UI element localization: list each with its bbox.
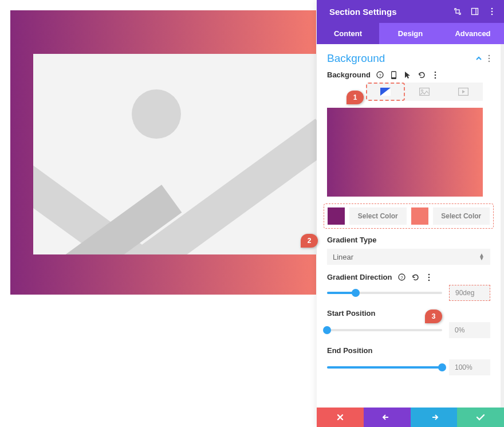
end-position-group: End Position 100%	[327, 346, 490, 375]
svg-point-6	[489, 55, 490, 57]
sidebar-layout-icon[interactable]	[471, 7, 479, 15]
gradient-direction-value[interactable]: 90deg	[449, 285, 490, 301]
panel-header-actions	[454, 7, 496, 15]
svg-point-22	[428, 273, 430, 275]
callout-1: 1	[346, 91, 364, 104]
end-position-label: End Position	[327, 346, 490, 355]
panel-title: Section Settings	[329, 7, 397, 17]
cancel-button[interactable]	[317, 408, 364, 427]
select-color-2-button[interactable]: Select Color	[433, 207, 490, 225]
panel-footer	[317, 408, 504, 427]
gradient-direction-label: Gradient Direction	[327, 273, 392, 281]
panel-header: Section Settings	[317, 0, 504, 23]
select-caret-icon: ▲▼	[479, 253, 485, 260]
expand-icon[interactable]	[454, 7, 462, 15]
callout-2: 2	[301, 234, 318, 248]
panel-body: Background Background ?	[317, 44, 504, 408]
section-canvas-preview	[10, 10, 316, 295]
section-more-icon[interactable]	[488, 54, 490, 62]
redo-button[interactable]	[411, 408, 458, 427]
bg-tab-video[interactable]	[444, 83, 483, 101]
gradient-type-value: Linear	[333, 253, 353, 261]
gradient-color-row: Select Color Select Color	[324, 203, 494, 229]
tab-content[interactable]: Content	[317, 23, 379, 44]
svg-rect-1	[472, 9, 478, 15]
end-position-value[interactable]: 100%	[449, 359, 490, 375]
tab-advanced[interactable]: Advanced	[442, 23, 504, 44]
color-swatch-1[interactable]	[328, 207, 345, 225]
gradient-direction-slider[interactable]	[327, 292, 442, 294]
save-button[interactable]	[457, 408, 504, 427]
svg-rect-12	[392, 72, 396, 77]
svg-point-14	[435, 74, 436, 76]
gradient-type-group: Gradient Type Linear ▲▼	[327, 236, 490, 265]
bg-tab-gradient[interactable]	[366, 83, 405, 101]
slider-thumb[interactable]	[323, 326, 331, 334]
collapse-icon[interactable]	[475, 56, 482, 61]
svg-point-18	[422, 90, 423, 92]
undo-button[interactable]	[364, 408, 411, 427]
gradient-type-label: Gradient Type	[327, 236, 490, 244]
start-position-label: Start Position	[327, 309, 490, 318]
more-icon[interactable]	[488, 7, 496, 15]
svg-point-8	[489, 61, 490, 62]
start-position-group: Start Position 0%	[327, 309, 490, 338]
svg-point-24	[428, 279, 430, 281]
svg-point-23	[428, 276, 430, 278]
end-position-slider[interactable]	[327, 366, 442, 369]
gradient-preview	[327, 108, 483, 197]
reset-icon[interactable]	[418, 71, 426, 79]
callout-3: 3	[425, 310, 442, 323]
start-position-value[interactable]: 0%	[449, 322, 490, 338]
svg-point-3	[491, 8, 493, 10]
svg-text:?: ?	[400, 275, 403, 280]
settings-tabs: Content Design Advanced	[317, 23, 504, 44]
background-field-row: Background ?	[327, 70, 490, 79]
background-label: Background	[327, 70, 371, 79]
placeholder-sun-icon	[132, 89, 181, 139]
svg-point-7	[489, 58, 490, 60]
svg-point-13	[435, 71, 436, 73]
background-section-header: Background	[327, 44, 490, 70]
start-position-slider[interactable]	[327, 329, 442, 331]
gradient-type-select[interactable]: Linear ▲▼	[327, 249, 490, 265]
slider-thumb[interactable]	[352, 289, 360, 297]
svg-rect-0	[456, 10, 459, 13]
select-color-1-button[interactable]: Select Color	[349, 207, 407, 225]
help-icon[interactable]: ?	[397, 273, 405, 281]
field-more-icon[interactable]	[425, 273, 433, 281]
section-settings-panel: Section Settings Content Design Advanced…	[317, 0, 504, 427]
help-icon[interactable]: ?	[376, 71, 384, 79]
field-more-icon[interactable]	[431, 71, 439, 79]
bg-tab-image[interactable]	[405, 83, 444, 101]
svg-point-4	[491, 11, 493, 13]
slider-thumb[interactable]	[438, 363, 446, 371]
color-swatch-2[interactable]	[411, 207, 428, 225]
svg-text:?: ?	[379, 73, 382, 78]
svg-point-5	[491, 14, 493, 15]
hover-cursor-icon[interactable]	[404, 71, 412, 79]
svg-point-15	[435, 77, 436, 79]
responsive-phone-icon[interactable]	[390, 71, 398, 79]
image-placeholder	[33, 54, 317, 254]
section-title: Background	[327, 52, 385, 65]
tab-design[interactable]: Design	[379, 23, 442, 44]
reset-icon[interactable]	[411, 273, 419, 281]
gradient-direction-group: Gradient Direction ? 90deg	[327, 273, 490, 301]
